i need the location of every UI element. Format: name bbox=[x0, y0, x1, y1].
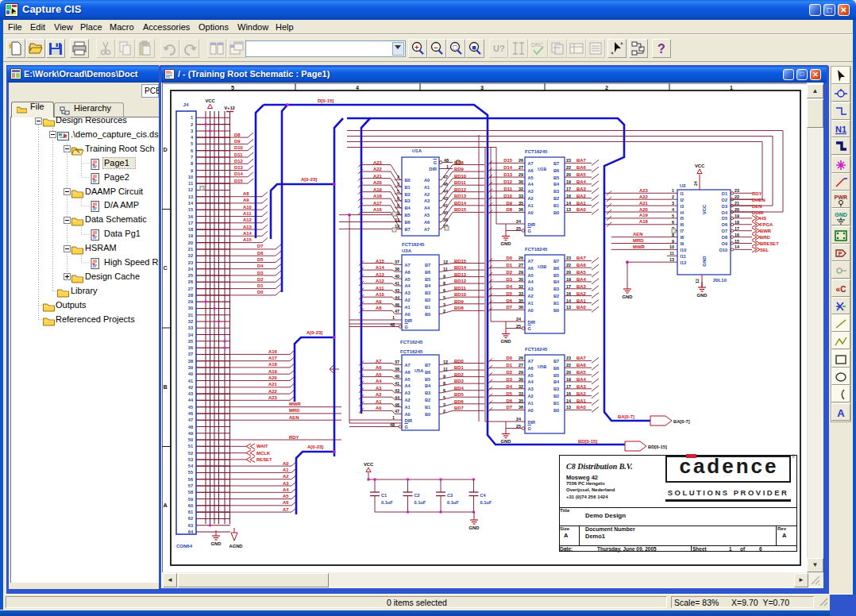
svg-text:14: 14 bbox=[566, 201, 571, 206]
svg-text:D6: D6 bbox=[506, 398, 512, 403]
svg-text:A2: A2 bbox=[528, 394, 534, 398]
svg-text:GND: GND bbox=[702, 256, 707, 267]
svg-text:52: 52 bbox=[188, 451, 193, 456]
svg-text:B0: B0 bbox=[425, 312, 430, 317]
svg-text:48: 48 bbox=[390, 322, 395, 327]
svg-text:A8: A8 bbox=[243, 191, 249, 196]
svg-text:38: 38 bbox=[395, 367, 399, 372]
svg-text:1: 1 bbox=[392, 415, 395, 420]
svg-text:23: 23 bbox=[566, 158, 571, 163]
svg-text:42: 42 bbox=[188, 385, 193, 390]
svg-text:D2: D2 bbox=[506, 370, 512, 375]
svg-text:D4: D4 bbox=[257, 264, 264, 268]
svg-text:51: 51 bbox=[188, 444, 193, 449]
svg-text:4: 4 bbox=[356, 84, 359, 91]
svg-text:FCT16245: FCT16245 bbox=[400, 340, 423, 345]
svg-text:O8: O8 bbox=[722, 235, 727, 240]
svg-text:1: 1 bbox=[672, 188, 674, 193]
svg-text:4: 4 bbox=[672, 207, 674, 212]
svg-text:□: □ bbox=[453, 44, 457, 52]
svg-text:A17: A17 bbox=[373, 201, 383, 206]
svg-text:A5: A5 bbox=[424, 213, 430, 218]
svg-text:30: 30 bbox=[519, 179, 523, 184]
svg-text:24: 24 bbox=[693, 181, 698, 186]
svg-text:58: 58 bbox=[188, 490, 193, 495]
svg-text:B0: B0 bbox=[553, 308, 559, 313]
svg-text:DIR: DIR bbox=[528, 222, 536, 227]
svg-text:D7: D7 bbox=[506, 305, 512, 310]
svg-text:BD14: BD14 bbox=[454, 265, 467, 270]
svg-text:6: 6 bbox=[191, 148, 193, 153]
svg-text:B7: B7 bbox=[405, 227, 411, 232]
svg-text:A22: A22 bbox=[639, 194, 649, 199]
svg-text:FCT16245: FCT16245 bbox=[525, 247, 548, 252]
svg-text:B2: B2 bbox=[553, 196, 559, 201]
svg-text:D8: D8 bbox=[234, 133, 241, 137]
svg-text:22: 22 bbox=[566, 363, 571, 368]
svg-text:A0: A0 bbox=[528, 308, 534, 313]
svg-text:C: C bbox=[163, 264, 167, 271]
svg-text:29: 29 bbox=[519, 270, 523, 275]
svg-text:19: 19 bbox=[188, 233, 193, 238]
svg-text:D1: D1 bbox=[506, 363, 512, 368]
svg-text:1: 1 bbox=[730, 84, 733, 91]
svg-text:12: 12 bbox=[695, 279, 700, 283]
svg-text:«C: «C bbox=[836, 285, 846, 294]
svg-text:BD3: BD3 bbox=[454, 379, 465, 383]
svg-text:U2: U2 bbox=[680, 183, 686, 188]
svg-text:A7: A7 bbox=[528, 259, 534, 264]
svg-text:I5: I5 bbox=[681, 216, 684, 221]
svg-text:8: 8 bbox=[443, 281, 445, 286]
svg-text:19: 19 bbox=[735, 214, 739, 218]
svg-text:G: G bbox=[434, 160, 437, 165]
svg-text:GND: GND bbox=[211, 541, 222, 546]
svg-text:31: 31 bbox=[188, 313, 193, 318]
svg-text:A21: A21 bbox=[373, 174, 383, 179]
svg-text:A5: A5 bbox=[376, 372, 382, 377]
svg-text:U?: U? bbox=[493, 44, 505, 53]
svg-text:I11: I11 bbox=[681, 254, 686, 259]
svg-text:2: 2 bbox=[191, 122, 193, 127]
svg-text:D13: D13 bbox=[503, 172, 513, 177]
svg-text:18: 18 bbox=[735, 220, 739, 225]
svg-text:BD11: BD11 bbox=[454, 180, 466, 185]
svg-text:BD8: BD8 bbox=[454, 306, 465, 310]
svg-text:GND: GND bbox=[501, 339, 511, 344]
svg-text:CON64: CON64 bbox=[176, 544, 193, 549]
svg-text:9: 9 bbox=[443, 374, 445, 379]
svg-text:1: 1 bbox=[392, 315, 395, 320]
svg-text:D10: D10 bbox=[234, 145, 244, 150]
svg-text:D14: D14 bbox=[503, 165, 513, 170]
svg-text:48: 48 bbox=[188, 425, 193, 429]
svg-text:A22: A22 bbox=[268, 389, 278, 394]
svg-text:A[0-23]: A[0-23] bbox=[307, 445, 323, 449]
svg-text:BA3: BA3 bbox=[576, 284, 587, 289]
svg-text:32: 32 bbox=[188, 319, 193, 324]
svg-text:A19: A19 bbox=[373, 187, 383, 192]
svg-text:A11: A11 bbox=[376, 286, 384, 291]
svg-text:BA0: BA0 bbox=[576, 305, 587, 310]
svg-text:BA5: BA5 bbox=[576, 270, 587, 275]
svg-text:25: 25 bbox=[516, 424, 521, 429]
svg-text:A7: A7 bbox=[405, 363, 411, 368]
svg-text:VCC: VCC bbox=[702, 204, 707, 214]
svg-text:46: 46 bbox=[395, 302, 399, 307]
svg-text:BD8: BD8 bbox=[454, 160, 465, 165]
svg-text:45: 45 bbox=[188, 405, 193, 410]
svg-text:B0: B0 bbox=[553, 408, 559, 413]
svg-text:P: P bbox=[839, 251, 843, 256]
svg-text:AEN: AEN bbox=[289, 415, 299, 420]
svg-text:A2: A2 bbox=[405, 398, 411, 402]
svg-text:57: 57 bbox=[188, 483, 193, 488]
svg-text:D15: D15 bbox=[234, 179, 244, 183]
svg-text:GND: GND bbox=[501, 439, 511, 444]
svg-text:13: 13 bbox=[669, 257, 674, 262]
svg-text:A20: A20 bbox=[639, 207, 649, 212]
svg-text:38: 38 bbox=[395, 267, 399, 271]
svg-text:A6: A6 bbox=[528, 168, 534, 173]
svg-text:J4: J4 bbox=[183, 102, 189, 107]
svg-text:16: 16 bbox=[566, 291, 571, 296]
svg-text:A18: A18 bbox=[373, 194, 383, 198]
svg-text:B2: B2 bbox=[425, 298, 430, 302]
svg-text:A15: A15 bbox=[243, 237, 253, 242]
